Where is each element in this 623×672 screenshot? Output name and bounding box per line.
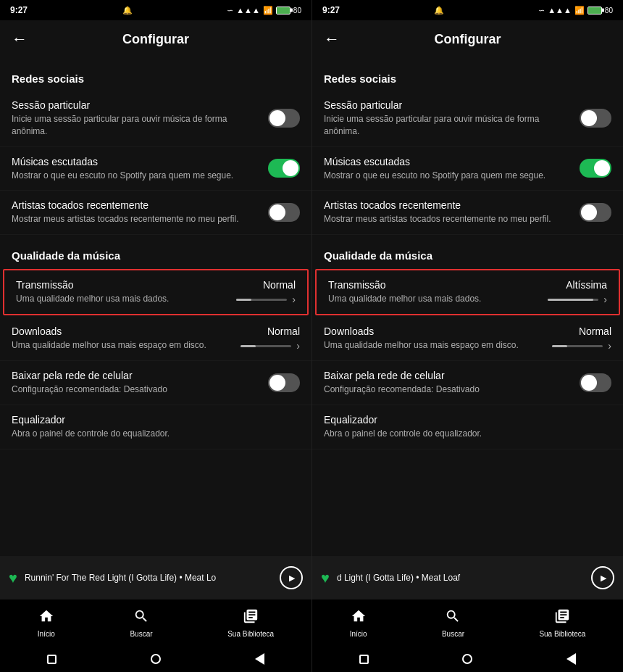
setting-text-sessao-particular: Sessão particular Inicie uma sessão part… <box>12 99 268 138</box>
android-back-button[interactable] <box>255 653 264 665</box>
battery-pct: 80 <box>293 7 301 14</box>
bluetooth-icon: ∽ <box>227 6 233 15</box>
page-title: Configurar <box>351 32 584 47</box>
play-button[interactable] <box>591 566 614 589</box>
setting-label-equalizador: Equalizador <box>12 414 291 426</box>
quality-row-downloads[interactable]: Downloads Uma qualidade melhor usa mais … <box>0 317 312 361</box>
setting-label-artistas-tocados: Artistas tocados recentemente <box>12 199 259 211</box>
toggle-musicas-escutadas[interactable] <box>268 159 300 178</box>
nav-item-buscar[interactable]: Buscar <box>442 608 464 638</box>
quality-row-transmissao[interactable]: Transmissão Uma qualidade melhor usa mai… <box>315 269 620 315</box>
setting-text-equalizador: Equalizador Abra o painel de controle do… <box>12 414 300 440</box>
setting-text-musicas-escutadas: Músicas escutadas Mostrar o que eu escut… <box>12 156 268 182</box>
status-bar: 9:27 🔔 ∽ ▲▲▲ 📶 80 <box>0 0 312 20</box>
chevron-right-icon-downloads: › <box>608 340 611 352</box>
android-back-button[interactable] <box>566 653 576 665</box>
toggle-musicas-escutadas[interactable] <box>580 159 611 178</box>
toggle-sessao-particular[interactable] <box>268 109 300 128</box>
bottom-nav: Início Buscar Sua Biblioteca <box>0 600 312 646</box>
quality-value-block-downloads: Normal › <box>241 325 300 352</box>
setting-item-baixar-rede-celular: Baixar pela rede de celular Configuração… <box>312 361 623 405</box>
setting-text-musicas-escutadas: Músicas escutadas Mostrar o que eu escut… <box>324 156 580 182</box>
setting-item-equalizador[interactable]: Equalizador Abra o painel de controle do… <box>0 405 312 449</box>
setting-item-equalizador[interactable]: Equalizador Abra o painel de controle do… <box>312 405 623 449</box>
status-icon-notification: 🔔 <box>434 6 444 15</box>
quality-row-transmissao[interactable]: Transmissão Uma qualidade melhor usa mai… <box>3 269 309 315</box>
nav-item-biblioteca[interactable]: Sua Biblioteca <box>539 608 585 638</box>
heart-icon: ♥ <box>321 570 330 586</box>
toggle-thumb-baixar-rede-celular <box>269 375 285 391</box>
setting-item-artistas-tocados: Artistas tocados recentemente Mostrar me… <box>0 191 312 235</box>
nav-item-buscar[interactable]: Buscar <box>130 608 152 638</box>
setting-text-baixar-rede-celular: Baixar pela rede de celular Configuração… <box>324 370 580 396</box>
setting-label-musicas-escutadas: Músicas escutadas <box>324 156 571 167</box>
setting-desc-baixar-rede-celular: Configuração recomendada: Desativado <box>324 383 571 396</box>
setting-item-artistas-tocados: Artistas tocados recentemente Mostrar me… <box>312 191 623 235</box>
track-title: d Light (I Gotta Life) • Meat Loaf <box>337 573 584 583</box>
toggle-artistas-tocados[interactable] <box>580 203 611 222</box>
setting-desc-equalizador: Abra o painel de controle do equalizador… <box>324 428 603 440</box>
quality-text-downloads: Downloads Uma qualidade melhor usa mais … <box>324 325 552 352</box>
nav-icon-search <box>133 608 149 628</box>
bottom-nav: Início Buscar Sua Biblioteca <box>312 600 623 646</box>
section-header-redes-sociais: Redes sociais <box>0 58 312 91</box>
play-button[interactable] <box>280 566 303 589</box>
android-home-button[interactable] <box>151 654 161 664</box>
setting-item-musicas-escutadas: Músicas escutadas Mostrar o que eu escut… <box>0 147 312 191</box>
quality-label-transmissao: Transmissão <box>16 279 227 291</box>
quality-value-transmissao: Altíssima <box>566 279 607 291</box>
nav-label-biblioteca: Sua Biblioteca <box>539 630 585 638</box>
quality-slider-fill-transmissao <box>236 299 251 301</box>
quality-row-downloads[interactable]: Downloads Uma qualidade melhor usa mais … <box>312 317 623 361</box>
battery-pct: 80 <box>605 7 613 14</box>
nav-item-biblioteca[interactable]: Sua Biblioteca <box>227 608 274 638</box>
panel-right: 9:27 🔔 ∽ ▲▲▲ 📶 80 ← Configurar Redes soc… <box>312 0 623 672</box>
quality-desc-downloads: Uma qualidade melhor usa mais espaço em … <box>324 339 543 352</box>
now-playing-bar[interactable]: ♥ Runnin' For The Red Light (I Gotta Lif… <box>0 556 312 600</box>
android-recent-button[interactable] <box>359 655 369 664</box>
status-time: 9:27 <box>322 5 340 15</box>
chevron-right-icon-transmissao: › <box>603 294 607 305</box>
toggle-baixar-rede-celular[interactable] <box>268 373 300 392</box>
setting-label-sessao-particular: Sessão particular <box>12 99 259 111</box>
status-icons: ∽ ▲▲▲ 📶 80 <box>227 6 301 15</box>
track-info: Runnin' For The Red Light (I Gotta Life)… <box>25 573 272 583</box>
android-recent-button[interactable] <box>47 655 57 664</box>
now-playing-bar[interactable]: ♥ d Light (I Gotta Life) • Meat Loaf <box>312 556 623 600</box>
quality-text-transmissao: Transmissão Uma qualidade melhor usa mai… <box>16 279 236 305</box>
quality-desc-transmissao: Uma qualidade melhor usa mais dados. <box>16 293 227 305</box>
nav-icon-library <box>554 608 570 628</box>
wifi-icon: 📶 <box>574 6 585 15</box>
setting-desc-musicas-escutadas: Mostrar o que eu escuto no Spotify para … <box>12 170 259 182</box>
android-home-button[interactable] <box>462 654 472 664</box>
nav-item-inicio[interactable]: Início <box>350 608 367 638</box>
track-title: Runnin' For The Red Light (I Gotta Life)… <box>25 573 272 583</box>
setting-desc-musicas-escutadas: Mostrar o que eu escuto no Spotify para … <box>324 170 571 182</box>
toggle-thumb-musicas-escutadas <box>594 160 610 176</box>
section-header-qualidade-musica: Qualidade da música <box>312 235 623 267</box>
quality-slider-downloads <box>552 345 603 347</box>
quality-value-block-transmissao: Normal › <box>236 279 296 305</box>
setting-label-baixar-rede-celular: Baixar pela rede de celular <box>324 370 571 381</box>
setting-desc-sessao-particular: Inicie uma sessão particular para ouvir … <box>12 113 259 138</box>
wifi-icon: 📶 <box>263 6 273 15</box>
bluetooth-icon: ∽ <box>538 6 545 15</box>
toggle-baixar-rede-celular[interactable] <box>580 373 611 392</box>
section-header-qualidade-musica: Qualidade da música <box>0 235 312 267</box>
toggle-artistas-tocados[interactable] <box>268 203 300 222</box>
quality-slider-fill-downloads <box>552 345 567 347</box>
top-nav: ← Configurar <box>312 20 623 58</box>
status-bar: 9:27 🔔 ∽ ▲▲▲ 📶 80 <box>312 0 623 20</box>
android-nav <box>312 646 623 672</box>
back-button[interactable]: ← <box>324 30 340 49</box>
nav-item-inicio[interactable]: Início <box>38 608 55 638</box>
back-button[interactable]: ← <box>12 30 28 49</box>
nav-label-biblioteca: Sua Biblioteca <box>227 630 274 638</box>
setting-desc-artistas-tocados: Mostrar meus artistas tocados recentemen… <box>12 213 259 225</box>
setting-label-baixar-rede-celular: Baixar pela rede de celular <box>12 370 259 381</box>
toggle-sessao-particular[interactable] <box>580 109 611 128</box>
top-nav: ← Configurar <box>0 20 312 58</box>
setting-desc-sessao-particular: Inicie uma sessão particular para ouvir … <box>324 113 571 138</box>
signal-icon: ▲▲▲ <box>548 6 572 14</box>
page-title: Configurar <box>39 32 272 47</box>
